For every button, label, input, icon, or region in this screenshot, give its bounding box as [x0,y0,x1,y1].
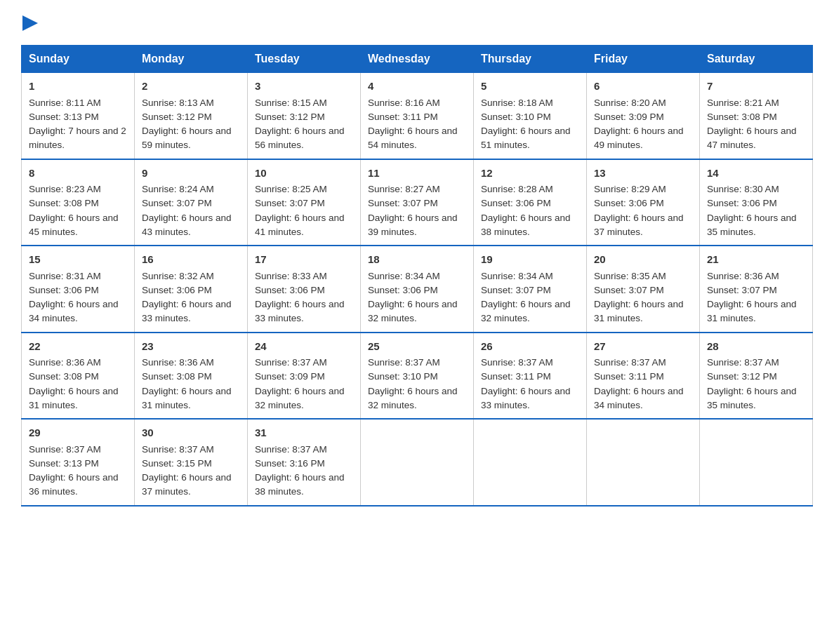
calendar-cell: 31Sunrise: 8:37 AMSunset: 3:16 PMDayligh… [248,419,361,506]
daylight-text: Daylight: 6 hours and 31 minutes. [142,386,232,410]
sunset-text: Sunset: 3:06 PM [594,198,664,208]
day-number: 22 [29,339,127,355]
sunrise-text: Sunrise: 8:36 AM [142,357,214,368]
day-number: 20 [594,252,692,268]
sunset-text: Sunset: 3:09 PM [255,371,325,382]
sunrise-text: Sunrise: 8:20 AM [594,98,666,108]
calendar-cell: 7Sunrise: 8:21 AMSunset: 3:08 PMDaylight… [700,73,813,159]
calendar-header-monday: Monday [135,46,248,73]
sunrise-text: Sunrise: 8:37 AM [707,357,779,368]
sunrise-text: Sunrise: 8:18 AM [481,98,553,108]
daylight-text: Daylight: 6 hours and 38 minutes. [255,472,345,497]
day-number: 11 [368,166,466,182]
sunrise-text: Sunrise: 8:33 AM [255,271,327,281]
calendar-cell [700,419,813,506]
daylight-text: Daylight: 6 hours and 32 minutes. [368,386,458,410]
daylight-text: Daylight: 6 hours and 35 minutes. [707,386,797,410]
calendar-cell: 6Sunrise: 8:20 AMSunset: 3:09 PMDaylight… [587,73,700,159]
daylight-text: Daylight: 6 hours and 41 minutes. [255,213,345,237]
daylight-text: Daylight: 6 hours and 43 minutes. [142,213,232,237]
logo [21,14,38,31]
calendar-cell: 24Sunrise: 8:37 AMSunset: 3:09 PMDayligh… [248,333,361,420]
day-number: 19 [481,252,579,268]
daylight-text: Daylight: 6 hours and 32 minutes. [255,386,345,410]
daylight-text: Daylight: 6 hours and 51 minutes. [481,126,571,150]
daylight-text: Daylight: 6 hours and 39 minutes. [368,213,458,237]
calendar-cell: 3Sunrise: 8:15 AMSunset: 3:12 PMDaylight… [248,73,361,159]
daylight-text: Daylight: 6 hours and 33 minutes. [255,299,345,323]
sunset-text: Sunset: 3:06 PM [255,285,325,295]
calendar-table: SundayMondayTuesdayWednesdayThursdayFrid… [21,45,813,507]
day-number: 26 [481,339,579,355]
calendar-cell: 14Sunrise: 8:30 AMSunset: 3:06 PMDayligh… [700,159,813,246]
logo-triangle-icon [22,15,38,31]
sunrise-text: Sunrise: 8:37 AM [142,444,214,455]
day-number: 18 [368,252,466,268]
daylight-text: Daylight: 6 hours and 37 minutes. [142,472,232,497]
day-number: 2 [142,79,240,95]
calendar-body: 1Sunrise: 8:11 AMSunset: 3:13 PMDaylight… [22,73,813,506]
sunset-text: Sunset: 3:07 PM [481,285,551,295]
calendar-cell: 1Sunrise: 8:11 AMSunset: 3:13 PMDaylight… [22,73,135,159]
day-number: 29 [29,425,127,441]
daylight-text: Daylight: 6 hours and 47 minutes. [707,126,797,150]
day-number: 28 [707,339,805,355]
calendar-cell: 11Sunrise: 8:27 AMSunset: 3:07 PMDayligh… [361,159,474,246]
sunrise-text: Sunrise: 8:11 AM [29,98,101,108]
day-number: 31 [255,425,353,441]
sunset-text: Sunset: 3:13 PM [29,458,99,469]
daylight-text: Daylight: 6 hours and 49 minutes. [594,126,684,150]
daylight-text: Daylight: 6 hours and 38 minutes. [481,213,571,237]
calendar-week-row: 8Sunrise: 8:23 AMSunset: 3:08 PMDaylight… [22,159,813,246]
daylight-text: Daylight: 6 hours and 34 minutes. [594,386,684,410]
sunset-text: Sunset: 3:06 PM [481,198,551,208]
day-number: 27 [594,339,692,355]
daylight-text: Daylight: 6 hours and 37 minutes. [594,213,684,237]
calendar-cell: 28Sunrise: 8:37 AMSunset: 3:12 PMDayligh… [700,333,813,420]
sunset-text: Sunset: 3:10 PM [368,371,438,382]
sunset-text: Sunset: 3:06 PM [29,285,99,295]
sunset-text: Sunset: 3:09 PM [594,112,664,122]
sunset-text: Sunset: 3:12 PM [142,112,212,122]
calendar-cell: 4Sunrise: 8:16 AMSunset: 3:11 PMDaylight… [361,73,474,159]
calendar-cell: 12Sunrise: 8:28 AMSunset: 3:06 PMDayligh… [474,159,587,246]
calendar-header-friday: Friday [587,46,700,73]
sunrise-text: Sunrise: 8:31 AM [29,271,101,281]
calendar-cell: 22Sunrise: 8:36 AMSunset: 3:08 PMDayligh… [22,333,135,420]
sunset-text: Sunset: 3:08 PM [142,371,212,382]
day-number: 5 [481,79,579,95]
daylight-text: Daylight: 6 hours and 32 minutes. [481,299,571,323]
sunrise-text: Sunrise: 8:16 AM [368,98,440,108]
sunrise-text: Sunrise: 8:37 AM [29,444,101,455]
calendar-cell: 19Sunrise: 8:34 AMSunset: 3:07 PMDayligh… [474,246,587,333]
calendar-week-row: 1Sunrise: 8:11 AMSunset: 3:13 PMDaylight… [22,73,813,159]
sunset-text: Sunset: 3:07 PM [142,198,212,208]
sunset-text: Sunset: 3:07 PM [594,285,664,295]
sunrise-text: Sunrise: 8:24 AM [142,184,214,194]
calendar-week-row: 29Sunrise: 8:37 AMSunset: 3:13 PMDayligh… [22,419,813,506]
daylight-text: Daylight: 6 hours and 35 minutes. [707,213,797,237]
calendar-cell [474,419,587,506]
sunset-text: Sunset: 3:15 PM [142,458,212,469]
day-number: 16 [142,252,240,268]
calendar-week-row: 15Sunrise: 8:31 AMSunset: 3:06 PMDayligh… [22,246,813,333]
day-number: 25 [368,339,466,355]
sunset-text: Sunset: 3:06 PM [142,285,212,295]
sunset-text: Sunset: 3:11 PM [594,371,664,382]
sunrise-text: Sunrise: 8:37 AM [255,444,327,455]
sunset-text: Sunset: 3:06 PM [368,285,438,295]
daylight-text: Daylight: 6 hours and 36 minutes. [29,472,119,497]
day-number: 4 [368,79,466,95]
sunrise-text: Sunrise: 8:36 AM [707,271,779,281]
sunrise-text: Sunrise: 8:37 AM [481,357,553,368]
sunset-text: Sunset: 3:11 PM [368,112,438,122]
day-number: 9 [142,166,240,182]
day-number: 24 [255,339,353,355]
daylight-text: Daylight: 6 hours and 54 minutes. [368,126,458,150]
calendar-header-wednesday: Wednesday [361,46,474,73]
day-number: 13 [594,166,692,182]
daylight-text: Daylight: 6 hours and 33 minutes. [481,386,571,410]
day-number: 17 [255,252,353,268]
day-number: 3 [255,79,353,95]
calendar-cell [587,419,700,506]
